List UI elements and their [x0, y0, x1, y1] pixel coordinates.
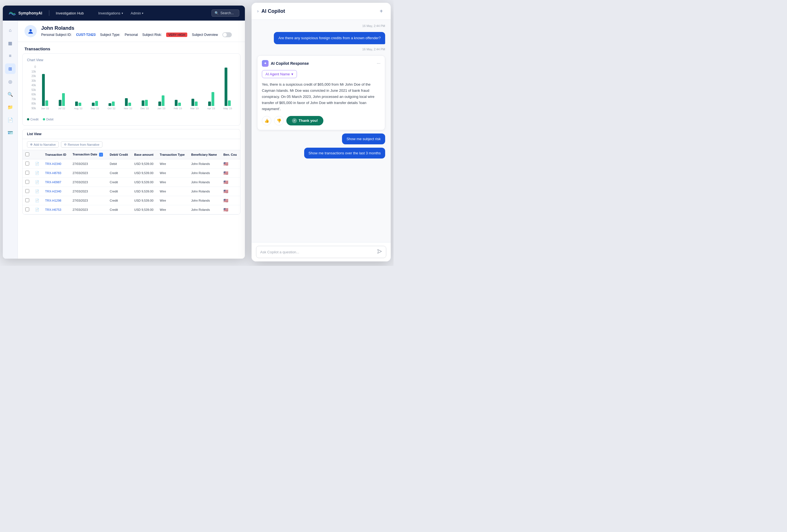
sidebar-item-home[interactable]: ⌂ — [5, 25, 16, 36]
subject-overview-toggle[interactable] — [222, 32, 232, 37]
bar-pair-jul22 — [54, 67, 70, 106]
cell-amount-3: USD 9,539.00 — [131, 187, 157, 196]
thumbs-up-button[interactable]: 👍 — [262, 116, 271, 126]
sidebar-item-document[interactable]: 📄 — [5, 115, 16, 125]
cell-date-1: 27/03/2023 — [70, 169, 107, 178]
sidebar-item-search[interactable]: 🔍 — [5, 89, 16, 99]
symphonyai-logo — [8, 10, 16, 16]
sidebar-item-id[interactable]: 🪪 — [5, 127, 16, 138]
sidebar-item-network[interactable]: ◎ — [5, 76, 16, 87]
copilot-back-chevron[interactable]: › — [257, 8, 258, 14]
subject-meta: Personal Subject ID: CUST-T2423 Subject … — [41, 32, 232, 37]
admin-nav[interactable]: Admin ▾ — [127, 9, 147, 17]
legend-debit: Debit — [43, 118, 54, 121]
row-checkbox-5[interactable] — [25, 207, 29, 212]
transactions-table-container: Transaction ID Transaction Date ↕ Debit/… — [23, 150, 240, 215]
bar-credit-jul22 — [59, 100, 62, 106]
cell-tx-id-2: TRX-H0987 — [42, 178, 70, 187]
y-label-7: 20k — [27, 74, 37, 77]
transactions-section-title: Transactions — [18, 42, 245, 53]
copilot-header: › AI Copilot + — [252, 3, 391, 20]
bar-pair-dec22 — [136, 67, 153, 106]
cell-flag-1: 🇺🇸 — [221, 169, 240, 178]
bar-pair-mar23 — [187, 67, 203, 106]
content-panel: John Rolands Personal Subject ID: CUST-T… — [18, 21, 245, 259]
bar-debit-feb23 — [178, 103, 181, 106]
sidebar-item-list[interactable]: ≡ — [5, 51, 16, 61]
list-view-header: List View — [23, 129, 240, 139]
month-sep22: Sep '22 — [87, 65, 103, 110]
ai-response-text: Yes, there is a suspicious credit of $65… — [262, 82, 380, 112]
ai-response-title: ✦ AI Copilot Response — [262, 60, 309, 67]
col-header-transaction-date[interactable]: Transaction Date ↕ — [70, 150, 107, 159]
month-dec22: Dec '22 — [136, 65, 153, 110]
chart-legend: Credit Debit — [27, 118, 236, 121]
sidebar-item-table[interactable]: ⊞ — [5, 63, 16, 74]
bar-credit-jan23 — [158, 102, 161, 106]
sidebar-item-folder[interactable]: 📁 — [5, 102, 16, 112]
col-header-transaction-type: Transaction Type — [157, 150, 188, 159]
copilot-title-area: › AI Copilot — [257, 8, 285, 14]
y-label-9: 0 — [27, 65, 37, 68]
month-jul22: Jul '22 — [54, 65, 70, 110]
row-checkbox-4[interactable] — [25, 198, 29, 202]
cell-type-0: Debit — [107, 159, 131, 169]
search-icon: 🔍 — [215, 11, 219, 15]
row-checkbox-0[interactable] — [25, 161, 29, 165]
table-row: 📄 TRX-H1298 27/03/2023 Credit USD 9,539.… — [23, 196, 240, 205]
sidebar-item-grid[interactable]: ▦ — [5, 38, 16, 48]
cell-amount-4: USD 9,539.00 — [131, 196, 157, 205]
y-label-1: 80k — [27, 102, 37, 105]
send-button[interactable] — [377, 249, 382, 255]
bar-credit-jun22 — [42, 74, 45, 106]
bar-pair-nov22 — [120, 67, 136, 106]
bar-debit-nov22 — [128, 103, 131, 106]
investigations-nav[interactable]: Investigations ▾ — [95, 9, 126, 17]
cell-tx-id-1: TRX-H8783 — [42, 169, 70, 178]
row-checkbox-1[interactable] — [25, 171, 29, 175]
y-label-6: 30k — [27, 79, 37, 82]
col-header-transaction-id: Transaction ID — [42, 150, 70, 159]
bar-pair-apr23 — [203, 67, 219, 106]
col-header-debit-credit: Debit/ Credit — [107, 150, 131, 159]
month-nov22: Nov '22 — [120, 65, 136, 110]
y-label-0: 90k — [27, 107, 37, 110]
bar-debit-dec22 — [145, 100, 148, 106]
check-circle-icon: ✓ — [292, 118, 297, 123]
suggestion-bubble-1[interactable]: Show me subject risk — [342, 133, 385, 144]
row-checkbox-2[interactable] — [25, 180, 29, 184]
chevron-down-icon: ▾ — [291, 72, 293, 76]
suggestion-bubble-2[interactable]: Show me transactions over the last 3 mon… — [304, 148, 385, 158]
cell-type-4: Credit — [107, 196, 131, 205]
bar-pair-feb23 — [170, 67, 186, 106]
cell-amount-5: USD 9,539.00 — [131, 205, 157, 215]
row-checkbox-3[interactable] — [25, 189, 29, 193]
copilot-close-button[interactable]: + — [377, 7, 385, 15]
remove-from-narrative-button[interactable]: ⊖ Remove from Narrative — [61, 141, 102, 148]
chart-view-label: Chart View — [27, 58, 236, 62]
thumbs-down-button[interactable]: 👎 — [274, 116, 283, 126]
month-label-feb23: Feb '23 — [174, 107, 182, 110]
cell-flag-3: 🇺🇸 — [221, 187, 240, 196]
table-row: 📄 TRX-H8783 27/03/2023 Credit USD 9,539.… — [23, 169, 240, 178]
add-to-narrative-button[interactable]: ⊕ Add to Narrative — [27, 141, 59, 148]
select-all-checkbox[interactable] — [25, 152, 29, 156]
month-mar23: Mar '23 — [187, 65, 203, 110]
month-label-nov22: Nov '22 — [124, 107, 132, 110]
chat-input[interactable] — [260, 250, 375, 254]
month-label-dec22: Dec '22 — [141, 107, 149, 110]
legend-credit: Credit — [27, 118, 38, 121]
sparkle-icon: ✦ — [262, 60, 269, 67]
cell-tx-type-4: Wire — [157, 196, 188, 205]
cell-beneficiary-1: John Rolands — [188, 169, 221, 178]
cell-beneficiary-4: John Rolands — [188, 196, 221, 205]
col-header-ben-country: Ben. Cou — [221, 150, 240, 159]
more-options-icon[interactable]: ··· — [377, 61, 380, 66]
user-question-bubble: Are there any suspicious foreign credits… — [274, 32, 385, 44]
bar-credit-mar23 — [191, 99, 194, 106]
search-bar[interactable]: 🔍 Search... — [212, 9, 239, 17]
send-icon — [377, 249, 382, 254]
agent-dropdown[interactable]: AI Agent Name ▾ — [262, 70, 297, 78]
bar-credit-aug22 — [75, 102, 78, 106]
thank-you-button[interactable]: ✓ Thank you! — [286, 116, 323, 126]
